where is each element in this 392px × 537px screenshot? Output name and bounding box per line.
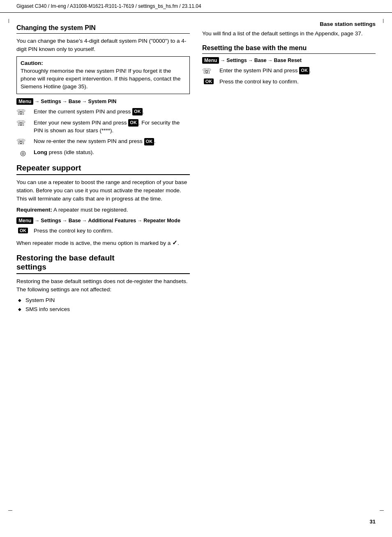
caution-title: Caution: [21,60,43,66]
right-col-header: Base station settings [202,21,376,30]
instr-text-reset-1: Enter the system PIN and press OK. [219,67,376,75]
section-restore-intro: Restoring the base default settings does… [16,277,190,293]
menu-settings-2: Settings [41,218,61,224]
page-header: Gigaset C340 / Im-eng / A31008-M1621-R10… [0,0,392,13]
keypad-icon-1: ☏ [16,108,30,116]
corner-mark-br: — [380,508,384,512]
corner-mark-tl: | [8,18,9,23]
arrow-2: → [62,99,67,104]
right-column-content: You will find a list of the default sett… [202,30,376,89]
menu-base-reset-item: Base Reset [274,58,302,63]
arrow-3: → [82,99,87,104]
instr-row-reset-2: OK Press the control key to confirm. [202,78,376,86]
requirement-text: A repeater must be registered. [52,207,128,213]
instr-text-4: Long press (idle status). [34,149,190,157]
arrow-r3: → [82,218,87,224]
menu-system-pin: System PIN [88,99,117,104]
keypad-icon-3: ☏ [16,138,30,145]
ok-icon-reset: OK [202,78,215,84]
restore-title-line1: Restoring the base default [16,254,115,262]
corner-mark-tr: | [383,18,384,23]
keypad-icon-reset-1: ☏ [202,67,215,75]
checkmark-icon: ✓ [172,239,178,246]
menu-settings-reset: Settings [226,58,247,63]
corner-mark-bl: — [8,508,12,512]
instr-text-1: Enter the current system PIN and press O… [34,108,190,116]
arrow-reset-3: → [268,58,273,63]
ok-badge-3: OK [144,138,154,145]
instr-row-3: ☏ Now re-enter the new system PIN and pr… [16,138,190,145]
ok-badge-2: OK [128,119,138,126]
repeater-footer-end: . [178,240,179,246]
circle-icon-1: ◎ [16,149,30,157]
instr-text-repeater: Press the control key to confirm. [34,227,190,235]
menu-base-reset: Base [254,58,267,63]
caution-text: Thoroughly memorise the new system PIN! … [21,68,180,90]
section-restore: Restoring the base default settings Rest… [16,254,190,313]
restore-bullet-list: System PIN SMS info services [16,297,190,313]
instr-row-reset-1: ☏ Enter the system PIN and press OK. [202,67,376,75]
requirement-label: Requirement: [16,207,52,213]
menu-repeater-mode: Repeater Mode [143,218,180,224]
page-number: 31 [370,519,376,525]
ok-icon-repeater: OK [16,227,30,233]
instr-row-4: ◎ Long press (idle status). [16,149,190,157]
menu-additional-features: Additional Features [88,218,136,224]
repeater-footer: When repeater mode is active, the menu o… [16,238,190,247]
arrow-reset-2: → [248,58,253,63]
section-changing-pin: Changing the system PIN You can change t… [16,24,190,157]
ok-badge-1: OK [132,108,143,115]
menu-tag-1: Menu [16,98,33,105]
arrow-r1: → [35,218,39,224]
menu-path-repeater: Menu → Settings → Base → Additional Feat… [16,217,190,224]
ok-badge-reset-2: OK [204,78,214,84]
arrow-r4: → [137,218,142,224]
menu-settings-1: Settings [41,99,61,104]
section-repeater: Repeater support You can use a repeater … [16,164,190,247]
instr-row-1: ☏ Enter the current system PIN and press… [16,108,190,116]
repeater-footer-text: When repeater mode is active, the menu o… [16,240,171,246]
page-wrapper: Gigaset C340 / Im-eng / A31008-M1621-R10… [0,0,392,537]
section-title-reset: Resetting the base with the menu [202,44,376,54]
section-reset-menu: Resetting the base with the menu Menu → … [202,44,376,86]
ok-badge-repeater: OK [18,228,28,233]
content-area: Base station settings Changing the syste… [0,13,392,339]
bullet-item-1: System PIN [18,297,190,304]
caution-box: Caution: Thoroughly memorise the new sys… [16,56,190,94]
section-repeater-intro: You can use a repeater to boost the rang… [16,178,190,203]
arrow-reset-1: → [220,58,225,63]
menu-tag-2: Menu [16,217,33,224]
keypad-icon-2: ☏ [16,119,30,127]
restore-title-line2: settings [16,263,46,271]
section-title-restore: Restoring the base default settings [16,254,190,274]
menu-base-2: Base [69,218,81,224]
base-station-header: Base station settings [320,21,376,27]
menu-tag-reset: Menu [202,57,219,64]
instr-row-2: ☏ Enter your new system PIN and press OK… [16,119,190,135]
instr-text-3: Now re-enter the new system PIN and pres… [34,138,190,145]
section-pin-intro: You can change the base's 4-digit defaul… [16,37,190,53]
left-column: Changing the system PIN You can change t… [16,21,190,315]
ok-badge-reset-1: OK [299,67,309,74]
menu-path-pin: Menu → Settings → Base → System PIN [16,98,190,105]
bullet-item-2: SMS info services [18,306,190,313]
instr-text-2: Enter your new system PIN and press OK. … [34,119,190,135]
arrow-1: → [35,99,39,104]
section-title-repeater: Repeater support [16,164,190,175]
instr-text-reset-2: Press the control key to confirm. [219,78,376,86]
instr-row-repeater-ok: OK Press the control key to confirm. [16,227,190,235]
arrow-r2: → [62,218,67,224]
section-repeater-req: Requirement: A repeater must be register… [16,206,190,214]
menu-path-reset: Menu → Settings → Base → Base Reset [202,57,376,64]
right-col-intro: You will find a list of the default sett… [202,30,376,38]
section-title-pin: Changing the system PIN [16,24,190,34]
menu-base-1: Base [69,99,81,104]
header-text: Gigaset C340 / Im-eng / A31008-M1621-R10… [16,3,201,9]
